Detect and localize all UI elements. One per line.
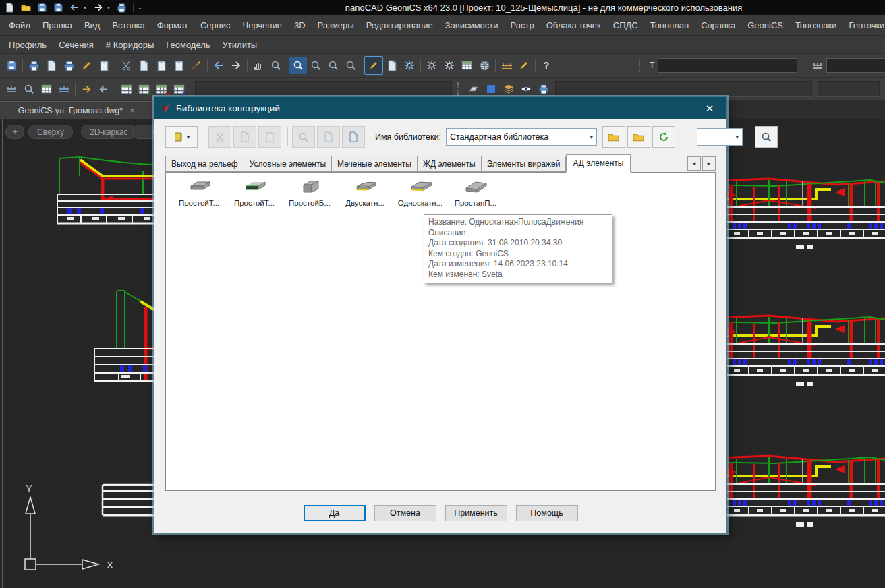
draft-mode-icon[interactable]: [364, 56, 383, 75]
tab-railway-elements[interactable]: ЖД элементы: [418, 156, 482, 172]
menu-geonics[interactable]: GeoniCS: [741, 18, 789, 32]
library-item-simple-curb[interactable]: ПростойБ...: [282, 179, 337, 207]
visual-style-control[interactable]: 2D-каркас: [81, 125, 136, 139]
save-icon[interactable]: [3, 57, 20, 74]
save-as-icon[interactable]: [51, 1, 65, 13]
menu-help[interactable]: Справка: [695, 18, 741, 32]
menu-service[interactable]: Сервис: [194, 18, 237, 32]
sheet-properties-icon[interactable]: [383, 57, 401, 74]
library-item-simple-sidewalk-1[interactable]: ПростойТ...: [171, 179, 227, 207]
plot-icon[interactable]: [60, 57, 78, 74]
dimension-diameter-icon[interactable]: [20, 80, 38, 98]
copy-sheet-icon[interactable]: [95, 57, 113, 74]
menu-corridors[interactable]: # Коридоры: [100, 38, 161, 52]
tab-scroll-right-icon[interactable]: ►: [702, 156, 716, 171]
text-style-field[interactable]: [658, 58, 797, 73]
document-tab[interactable]: GeoniCS-ул_Громова.dwg* ×: [0, 101, 152, 119]
format-painter-icon[interactable]: [188, 57, 205, 74]
center-mark-icon[interactable]: [55, 80, 73, 98]
apply-button[interactable]: Применить: [445, 505, 507, 521]
menu-profile[interactable]: Профиль: [3, 38, 53, 52]
menu-sections[interactable]: Сечения: [53, 38, 100, 52]
print-icon[interactable]: [25, 57, 42, 74]
menu-dimensions[interactable]: Размеры: [312, 18, 360, 32]
cancel-button[interactable]: Отмена: [374, 505, 436, 521]
zoom-window-icon[interactable]: [289, 57, 307, 74]
cut-icon[interactable]: [117, 57, 135, 74]
structure-list-icon[interactable]: [458, 57, 476, 74]
visibility-eye-icon[interactable]: [517, 80, 535, 98]
new-file-icon[interactable]: [3, 1, 17, 13]
edit-drawing-icon[interactable]: [78, 57, 95, 74]
table-excel-icon[interactable]: X: [135, 80, 152, 98]
menu-toposigns[interactable]: Топознаки: [789, 18, 843, 32]
zoom-object-icon[interactable]: [342, 57, 360, 74]
menu-draw[interactable]: Черчение: [236, 18, 288, 32]
toolbar-overflow-icon[interactable]: ⌄: [138, 5, 143, 11]
help-button[interactable]: Помощь: [516, 505, 578, 521]
redo-caret-icon[interactable]: ▾: [107, 5, 113, 11]
open-file-icon[interactable]: [19, 1, 33, 13]
menu-spds[interactable]: СПДС: [607, 18, 644, 32]
library-item-double-slope-lane[interactable]: Двускатн...: [337, 179, 393, 207]
dimension-tool-icon[interactable]: [498, 57, 515, 74]
table-insert-icon[interactable]: [117, 80, 135, 98]
library-items-panel[interactable]: ПростойТ... ПростойТ... ПростойБ...: [165, 172, 716, 491]
menu-point-clouds[interactable]: Облака точек: [540, 18, 607, 32]
undo-caret-icon[interactable]: ▾: [84, 5, 89, 11]
zoom-dynamic-icon[interactable]: [267, 57, 285, 74]
region-tool-icon[interactable]: [482, 80, 500, 98]
refresh-icon[interactable]: [652, 126, 675, 148]
menu-3d[interactable]: 3D: [288, 18, 312, 32]
menu-geomodel[interactable]: Геомодель: [160, 38, 216, 52]
library-book-icon[interactable]: ▾: [165, 126, 198, 148]
modules-icon[interactable]: [423, 57, 440, 74]
print-preview-icon[interactable]: [42, 57, 60, 74]
sketch-pen-icon[interactable]: [515, 57, 533, 74]
library-name-combobox[interactable]: Стандартная библиотека ▾: [446, 128, 597, 146]
tab-exit-to-relief[interactable]: Выход на рельеф: [165, 156, 244, 172]
tab-conditional-elements[interactable]: Условные элементы: [244, 156, 332, 172]
layer-print-icon[interactable]: [535, 80, 552, 98]
table-autocad-icon[interactable]: A: [152, 80, 170, 98]
document-tab-close-icon[interactable]: ×: [130, 106, 134, 115]
menu-edit[interactable]: Правка: [36, 18, 78, 32]
paste-icon[interactable]: [152, 57, 170, 74]
menu-format[interactable]: Формат: [151, 18, 194, 32]
undo-back-icon[interactable]: [67, 1, 82, 13]
menu-view[interactable]: Вид: [78, 18, 107, 32]
import-library-icon[interactable]: [627, 126, 650, 148]
menu-topoplan[interactable]: Топоплан: [644, 18, 695, 32]
paste-special-icon[interactable]: [170, 57, 188, 74]
plane-tool-icon[interactable]: [465, 80, 482, 98]
toolbar-drag-handle[interactable]: [639, 59, 644, 72]
copy-icon[interactable]: [135, 57, 152, 74]
print-icon[interactable]: [115, 1, 129, 13]
menu-file[interactable]: Файл: [3, 18, 36, 32]
toolbar-drag-handle[interactable]: [457, 82, 462, 96]
open-library-icon[interactable]: [602, 126, 625, 148]
menu-raster[interactable]: Растр: [505, 18, 540, 32]
preview-search-icon[interactable]: [755, 126, 778, 148]
scale-combobox[interactable]: ▾: [697, 128, 743, 146]
menu-insert[interactable]: Вставка: [106, 18, 150, 32]
dialog-titlebar[interactable]: Библиотека конструкций ✕: [154, 97, 726, 119]
dialog-close-icon[interactable]: ✕: [698, 97, 721, 119]
go-forward-icon[interactable]: [227, 57, 245, 74]
table-numbers-icon[interactable]: N: [170, 80, 188, 98]
dimension-area-icon[interactable]: [38, 80, 55, 98]
menu-utilities[interactable]: Утилиты: [217, 38, 264, 52]
tab-road-elements[interactable]: АД элементы: [566, 154, 630, 173]
dimension-linear-icon[interactable]: [3, 80, 20, 98]
zoom-previous-icon[interactable]: [324, 57, 342, 74]
layer-move-icon[interactable]: [500, 80, 517, 98]
redo-forward-icon[interactable]: [91, 1, 105, 13]
help-icon[interactable]: ?: [538, 57, 555, 74]
view-direction-control[interactable]: Сверху: [28, 125, 73, 139]
toolsets-icon[interactable]: [440, 57, 458, 74]
settings-icon[interactable]: [401, 57, 418, 74]
tab-marked-elements[interactable]: Меченые элементы: [332, 156, 418, 172]
pan-icon[interactable]: [250, 57, 267, 74]
go-back-icon[interactable]: [210, 57, 227, 74]
zoom-frame-icon[interactable]: [307, 57, 324, 74]
